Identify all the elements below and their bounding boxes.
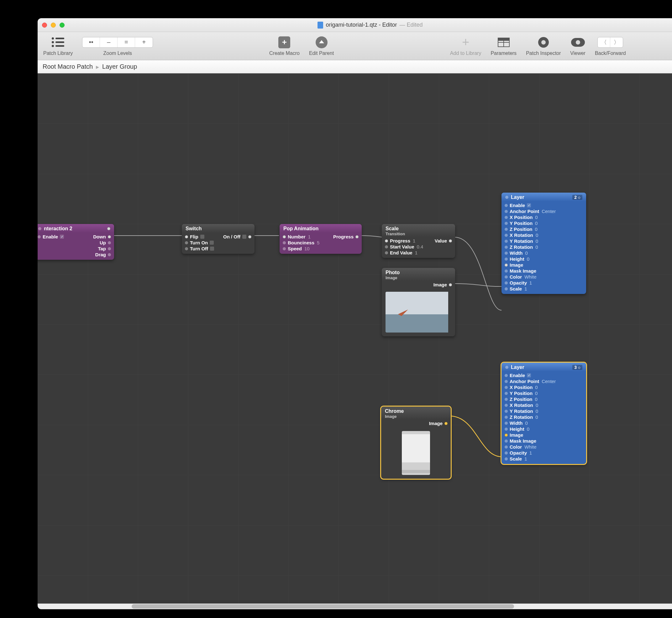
zoom-in-button[interactable]: + — [135, 37, 153, 47]
output-port[interactable] — [107, 227, 110, 230]
close-icon[interactable] — [42, 23, 47, 28]
input-port[interactable] — [283, 247, 286, 250]
input-row[interactable]: Height0 — [505, 426, 583, 432]
input-port[interactable] — [505, 445, 508, 448]
input-port[interactable] — [385, 245, 388, 248]
input-value[interactable]: 1 — [524, 286, 527, 291]
input-port[interactable] — [505, 416, 508, 419]
input-value[interactable]: 0 — [535, 226, 538, 232]
input-row[interactable]: Opacity1 — [505, 280, 583, 286]
input-value[interactable]: Center — [542, 209, 556, 214]
patch-library-button[interactable]: Patch Library — [43, 36, 73, 56]
checkbox-icon[interactable] — [527, 203, 531, 207]
order-badge[interactable]: 2 — [572, 195, 582, 200]
checkbox-icon[interactable] — [210, 241, 214, 245]
scrollbar-thumb[interactable] — [132, 604, 514, 609]
input-port[interactable] — [505, 451, 508, 454]
input-port[interactable] — [505, 439, 508, 443]
input-port[interactable] — [38, 235, 41, 238]
input-row[interactable]: Y Rotation0 — [505, 238, 583, 244]
input-row[interactable]: Z Position0 — [505, 226, 583, 232]
output-port[interactable] — [444, 422, 447, 425]
input-row[interactable]: Z Rotation0 — [505, 244, 583, 250]
input-port[interactable] — [505, 422, 508, 425]
input-port[interactable] — [505, 287, 508, 291]
input-port[interactable] — [505, 258, 508, 261]
input-port[interactable] — [505, 210, 508, 213]
output-port[interactable] — [108, 253, 111, 256]
checkbox-icon[interactable] — [210, 246, 214, 251]
input-port[interactable] — [505, 222, 508, 225]
input-port[interactable] — [185, 235, 188, 238]
input-row[interactable]: Z Rotation0 — [505, 414, 583, 420]
input-row[interactable]: Opacity1 — [505, 450, 583, 455]
node-interaction-2[interactable]: nteraction 2 Enable Down Up Tap Drag — [38, 224, 114, 260]
node-photo[interactable]: Photo Image Image — [382, 268, 455, 336]
input-port[interactable] — [505, 410, 508, 413]
input-port[interactable] — [385, 251, 388, 254]
input-value[interactable]: 1 — [524, 456, 527, 461]
input-row[interactable]: X Position0 — [505, 385, 583, 390]
input-value[interactable]: 0 — [527, 426, 529, 432]
edit-parent-button[interactable]: Edit Parent — [309, 36, 334, 56]
input-value[interactable]: 0 — [535, 220, 538, 226]
input-row[interactable]: Image — [505, 262, 583, 268]
breadcrumb-root[interactable]: Root Macro Patch — [43, 63, 93, 70]
input-value[interactable]: White — [524, 274, 536, 280]
input-value[interactable]: 0 — [525, 250, 528, 256]
input-port[interactable] — [185, 241, 188, 244]
input-row[interactable]: Image — [505, 432, 583, 438]
input-port[interactable] — [505, 216, 508, 219]
zoom-icon[interactable] — [59, 23, 64, 28]
titlebar[interactable]: origami-tutorial-1.qtz - Editor — Edited — [38, 18, 672, 32]
output-port[interactable] — [108, 241, 111, 244]
input-row[interactable]: X Rotation0 — [505, 232, 583, 238]
viewer-button[interactable]: Viewer — [570, 36, 585, 56]
input-port[interactable] — [505, 457, 508, 460]
zoom-actual-button[interactable]: = — [118, 37, 135, 47]
zoom-out-button[interactable]: – — [100, 37, 118, 47]
back-button[interactable]: 〈 — [598, 37, 610, 47]
input-row[interactable]: Scale1 — [505, 286, 583, 291]
node-pop-animation[interactable]: Pop Animation Number1 Progress Bouncines… — [280, 224, 362, 254]
output-port[interactable] — [108, 235, 111, 238]
node-scale[interactable]: Scale Transition Progress1 Value Start V… — [382, 224, 455, 258]
input-value[interactable]: 0 — [535, 397, 538, 402]
input-value[interactable]: 0 — [525, 420, 528, 426]
patch-canvas[interactable]: nteraction 2 Enable Down Up Tap Drag Swi… — [38, 74, 672, 604]
input-port[interactable] — [505, 234, 508, 237]
input-row[interactable]: Enable — [505, 373, 583, 378]
minimize-icon[interactable] — [51, 23, 56, 28]
node-switch[interactable]: Switch Flip On / Off Turn On Turn Off — [182, 224, 255, 254]
input-row[interactable]: Enable — [505, 203, 583, 208]
input-value[interactable]: 0 — [527, 256, 529, 262]
input-row[interactable]: ColorWhite — [505, 274, 583, 280]
input-value[interactable]: Center — [542, 379, 556, 384]
input-row[interactable]: Height0 — [505, 256, 583, 262]
forward-button[interactable]: 〉 — [610, 37, 623, 47]
input-row[interactable]: Width0 — [505, 250, 583, 256]
node-layer-2[interactable]: Layer2 EnableAnchor PointCenterX Positio… — [502, 193, 586, 294]
input-value[interactable]: 0 — [536, 232, 538, 238]
horizontal-scrollbar[interactable] — [38, 604, 672, 609]
input-port[interactable] — [505, 228, 508, 231]
input-port[interactable] — [283, 235, 286, 238]
output-port[interactable] — [356, 235, 359, 238]
input-port[interactable] — [505, 264, 508, 267]
input-row[interactable]: Y Position0 — [505, 391, 583, 396]
input-value[interactable]: 0 — [536, 238, 538, 244]
input-port[interactable] — [505, 251, 508, 255]
input-port[interactable] — [185, 247, 188, 250]
input-value[interactable]: 1 — [529, 280, 532, 286]
input-port[interactable] — [505, 240, 508, 243]
input-port[interactable] — [505, 386, 508, 389]
output-port[interactable] — [108, 247, 111, 250]
node-layer-3[interactable]: Layer3 EnableAnchor PointCenterX Positio… — [502, 363, 586, 464]
add-to-library-button[interactable]: + Add to Library — [450, 36, 482, 56]
order-badge[interactable]: 3 — [572, 365, 582, 370]
input-row[interactable]: Y Rotation0 — [505, 408, 583, 414]
input-port[interactable] — [505, 428, 508, 431]
create-macro-button[interactable]: + Create Macro — [269, 36, 300, 56]
input-row[interactable]: Scale1 — [505, 456, 583, 461]
input-value[interactable]: 1 — [529, 450, 532, 455]
